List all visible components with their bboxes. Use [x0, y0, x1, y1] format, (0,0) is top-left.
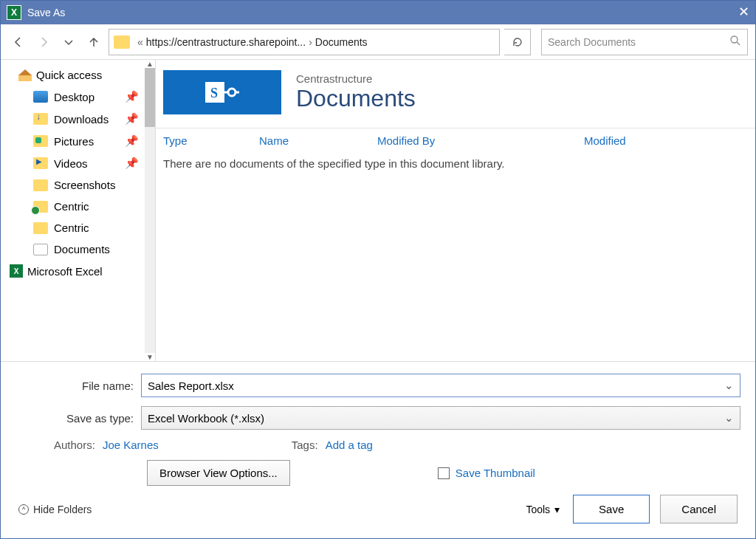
cancel-button[interactable]: Cancel: [660, 495, 738, 523]
filename-value: Sales Report.xlsx: [148, 380, 234, 392]
title-bar: X Save As ✕: [1, 1, 755, 24]
pin-icon: 📌: [125, 90, 139, 103]
back-button[interactable]: [8, 32, 29, 52]
save-form: File name: Sales Report.xlsx ⌄ Save as t…: [1, 361, 755, 538]
svg-line-1: [737, 42, 740, 45]
sharepoint-logo: S: [163, 70, 281, 114]
svg-point-4: [228, 89, 236, 96]
recent-dropdown-icon[interactable]: [58, 32, 79, 52]
checkbox-icon: [438, 467, 450, 479]
chevron-right-icon: ›: [309, 36, 312, 48]
caret-down-icon: ▾: [554, 504, 560, 515]
sidebar-scrollbar[interactable]: ▲ ▼: [145, 60, 155, 361]
save-as-dialog: X Save As ✕ « https://centrastructure.sh…: [0, 0, 756, 539]
column-header-modified-by[interactable]: Modified By: [377, 134, 584, 147]
search-placeholder: Search Documents: [548, 36, 636, 48]
breadcrumb-item[interactable]: Documents: [315, 36, 368, 48]
sidebar-item-desktop[interactable]: Desktop📌: [1, 86, 155, 108]
close-icon[interactable]: ✕: [738, 4, 749, 20]
sidebar-item-videos[interactable]: Videos📌: [1, 152, 155, 174]
up-button[interactable]: [83, 32, 104, 52]
window-title: Save As: [27, 7, 65, 18]
column-header-name[interactable]: Name: [259, 134, 377, 147]
chevron-down-icon[interactable]: ⌄: [724, 411, 734, 425]
folder-icon: [33, 222, 48, 234]
save-button[interactable]: Save: [573, 495, 650, 523]
hide-folders-label: Hide Folders: [33, 504, 92, 515]
content-pane: S Centrastructure Documents Type Name Mo…: [156, 60, 755, 361]
savetype-dropdown[interactable]: Excel Workbook (*.xlsx) ⌄: [141, 406, 740, 430]
folder-icon: [33, 179, 48, 191]
tags-label: Tags:: [292, 439, 318, 451]
scrollbar-thumb[interactable]: [145, 68, 155, 127]
authors-value[interactable]: Joe Karnes: [103, 439, 159, 451]
sidebar-item-centric-sync[interactable]: Centric: [1, 196, 155, 217]
sidebar-item-centric[interactable]: Centric: [1, 217, 155, 238]
tools-dropdown[interactable]: Tools ▾: [526, 504, 560, 515]
scroll-up-icon[interactable]: ▲: [146, 60, 154, 68]
pin-icon: 📌: [125, 157, 139, 170]
excel-app-icon: X: [7, 5, 21, 20]
pictures-icon: [33, 135, 48, 147]
nav-toolbar: « https://centrastructure.sharepoint... …: [1, 24, 755, 60]
svg-text:S: S: [210, 86, 218, 100]
sidebar-group-quick-access[interactable]: Quick access: [1, 64, 155, 86]
synced-folder-icon: [33, 201, 48, 213]
authors-label: Authors:: [54, 439, 95, 451]
search-input[interactable]: Search Documents: [541, 29, 748, 55]
home-icon: [18, 69, 32, 81]
collapse-icon: ^: [18, 504, 29, 515]
site-name: Centrastructure: [296, 72, 416, 85]
breadcrumb-prefix: «: [137, 36, 143, 48]
save-thumbnail-checkbox[interactable]: Save Thumbnail: [438, 467, 535, 479]
tags-value[interactable]: Add a tag: [326, 439, 373, 451]
address-bar[interactable]: « https://centrastructure.sharepoint... …: [109, 29, 500, 55]
browser-view-options-button[interactable]: Browser View Options...: [147, 460, 290, 486]
savetype-label: Save as type:: [16, 412, 134, 425]
tools-label: Tools: [526, 504, 550, 515]
filename-input[interactable]: Sales Report.xlsx ⌄: [141, 374, 740, 397]
svg-point-0: [731, 36, 738, 43]
hide-folders-toggle[interactable]: ^ Hide Folders: [18, 504, 92, 515]
downloads-icon: [33, 113, 48, 125]
desktop-icon: [33, 91, 48, 103]
navigation-pane: Quick access Desktop📌 Downloads📌 Picture…: [1, 60, 156, 361]
folder-icon: [114, 35, 130, 49]
empty-library-message: There are no documents of the specified …: [156, 153, 755, 174]
excel-icon: X: [10, 264, 23, 278]
library-title: Documents: [296, 85, 416, 112]
scroll-down-icon[interactable]: ▼: [146, 353, 154, 361]
document-icon: [33, 244, 48, 255]
savetype-value: Excel Workbook (*.xlsx): [148, 412, 264, 425]
sidebar-item-screenshots[interactable]: Screenshots: [1, 174, 155, 196]
sidebar-item-excel[interactable]: X Microsoft Excel: [1, 260, 155, 282]
save-thumbnail-label: Save Thumbnail: [456, 467, 535, 479]
forward-button[interactable]: [33, 32, 54, 52]
column-header-type[interactable]: Type: [163, 134, 259, 147]
sidebar-label: Quick access: [36, 69, 102, 81]
refresh-button[interactable]: [504, 29, 531, 55]
pin-icon: 📌: [125, 134, 139, 148]
videos-icon: [33, 157, 48, 169]
sidebar-item-pictures[interactable]: Pictures📌: [1, 130, 155, 152]
sharepoint-header: S Centrastructure Documents: [156, 60, 755, 128]
column-headers: Type Name Modified By Modified: [156, 128, 755, 153]
column-header-modified[interactable]: Modified: [584, 134, 748, 147]
breadcrumb-item[interactable]: https://centrastructure.sharepoint...: [146, 36, 306, 48]
sidebar-item-documents[interactable]: Documents: [1, 238, 155, 260]
chevron-down-icon[interactable]: ⌄: [724, 379, 734, 392]
sidebar-item-downloads[interactable]: Downloads📌: [1, 108, 155, 130]
search-icon: [729, 35, 741, 49]
filename-label: File name:: [16, 380, 134, 392]
pin-icon: 📌: [125, 112, 139, 126]
